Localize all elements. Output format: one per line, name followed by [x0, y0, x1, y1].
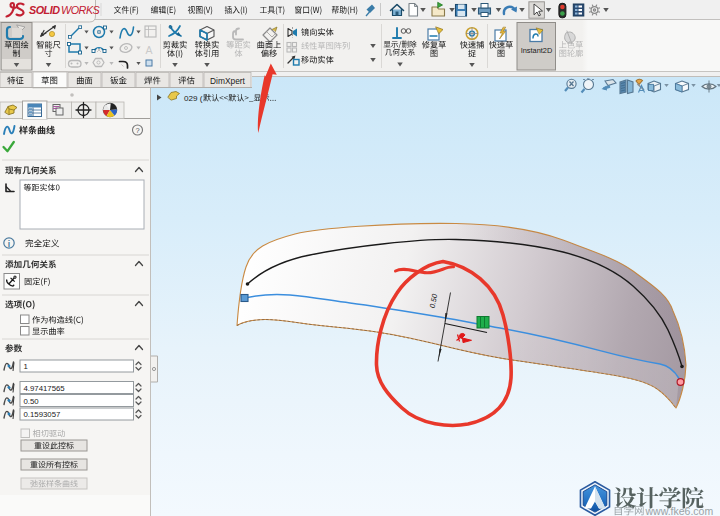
svg-text:0.50: 0.50: [24, 397, 40, 406]
svg-text:i: i: [8, 239, 10, 249]
svg-text:?: ?: [135, 126, 139, 135]
svg-text:DimXpert: DimXpert: [210, 76, 246, 86]
svg-text:1: 1: [24, 362, 28, 371]
svg-text:SOLID: SOLID: [29, 4, 60, 16]
svg-text:www.fke6.com: www.fke6.com: [645, 505, 714, 516]
svg-text:4.97417565: 4.97417565: [24, 384, 66, 393]
svg-text:A: A: [146, 44, 153, 56]
svg-text:WORKS: WORKS: [61, 4, 101, 16]
svg-text:029 (: 029 (: [184, 94, 203, 103]
svg-text:0.1593057: 0.1593057: [24, 410, 61, 419]
svg-text:Instant2D: Instant2D: [521, 46, 553, 55]
